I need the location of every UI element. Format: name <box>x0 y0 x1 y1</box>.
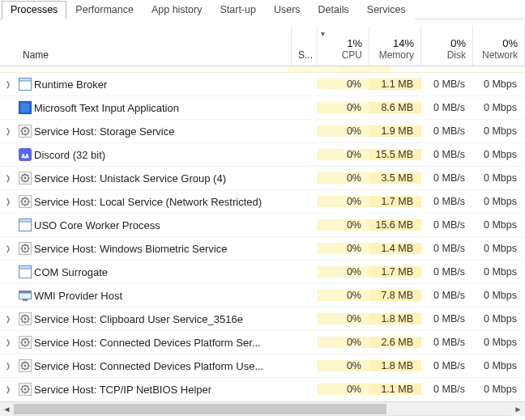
cell-mem: 1.7 MB <box>369 266 421 278</box>
header-disk[interactable]: 0% Disk <box>421 26 473 66</box>
expand-toggle[interactable]: ❯ <box>0 127 16 135</box>
process-name: Service Host: TCP/IP NetBIOS Helper <box>34 384 292 396</box>
scroll-thumb[interactable] <box>14 404 386 414</box>
expand-toggle[interactable]: ❯ <box>0 362 16 370</box>
cell-mem: 1.8 MB <box>369 360 421 371</box>
header-network[interactable]: 0% Network <box>473 26 525 66</box>
tabs-strip: Processes Performance App history Start-… <box>0 0 525 19</box>
cell-cpu: 0% <box>318 360 369 371</box>
cell-net: 0 Mbps <box>473 172 525 184</box>
header-cpu-pct: 1% <box>347 37 362 49</box>
horizontal-scrollbar[interactable]: ◄ ► <box>0 401 525 415</box>
table-row[interactable]: ❯Service Host: Connected Devices Platfor… <box>0 331 525 354</box>
process-name: Service Host: Clipboard User Service_351… <box>34 313 292 325</box>
cell-cpu: 0% <box>318 337 369 348</box>
table-row[interactable]: Discord (32 bit)0%15.5 MB0 MB/s0 Mbps <box>0 143 525 167</box>
table-row[interactable]: ❯Service Host: Clipboard User Service_35… <box>0 308 525 331</box>
cell-mem: 8.6 MB <box>369 102 421 113</box>
scroll-right-icon[interactable]: ► <box>511 402 525 416</box>
cell-disk: 0 MB/s <box>421 172 473 184</box>
table-row[interactable]: ❯Service Host: Local Service (Network Re… <box>0 190 525 214</box>
table-row[interactable]: ❯Service Host: Unistack Service Group (4… <box>0 167 525 190</box>
tab-performance[interactable]: Performance <box>66 1 143 19</box>
cell-mem: 1.4 MB <box>369 243 421 254</box>
cell-net: 0 Mbps <box>473 78 525 90</box>
tab-services[interactable]: Services <box>358 1 415 19</box>
scroll-left-icon[interactable]: ◄ <box>0 402 14 416</box>
cell-disk: 0 MB/s <box>421 384 473 395</box>
expand-toggle[interactable]: ❯ <box>0 315 16 323</box>
process-name: Service Host: Connected Devices Platform… <box>34 337 292 349</box>
tab-processes[interactable]: Processes <box>2 1 66 19</box>
cell-cpu: 0% <box>318 313 369 325</box>
header-name[interactable]: Name <box>16 26 292 66</box>
gear-icon <box>16 383 34 396</box>
tab-app-history[interactable]: App history <box>143 1 211 19</box>
process-name: Service Host: Connected Devices Platform… <box>34 360 292 372</box>
gear-icon <box>16 172 34 185</box>
table-row[interactable]: ❯Service Host: Connected Devices Platfor… <box>0 354 525 378</box>
header-disk-pct: 0% <box>450 37 466 49</box>
cell-disk: 0 MB/s <box>421 360 473 371</box>
cell-net: 0 Mbps <box>473 360 525 371</box>
partial-row-top <box>0 66 525 73</box>
table-row[interactable]: ❯Service Host: Storage Service0%1.9 MB0 … <box>0 120 525 143</box>
scroll-track[interactable] <box>14 402 511 416</box>
tab-start-up[interactable]: Start-up <box>211 1 264 19</box>
expand-toggle[interactable]: ❯ <box>0 197 16 206</box>
table-row[interactable]: USO Core Worker Process0%15.6 MB0 MB/s0 … <box>0 214 525 237</box>
table-row[interactable]: ❯Service Host: TCP/IP NetBIOS Helper0%1.… <box>0 378 525 401</box>
app-blank-icon <box>16 78 34 91</box>
header-memory-label: Memory <box>379 49 414 61</box>
cell-net: 0 Mbps <box>473 384 525 395</box>
expand-toggle[interactable]: ❯ <box>0 244 16 252</box>
expand-toggle[interactable]: ❯ <box>0 80 16 88</box>
gear-icon <box>16 242 34 255</box>
cell-mem: 1.9 MB <box>369 125 421 137</box>
column-headers: Name S... ▾ 1% CPU 14% Memory 0% Disk 0%… <box>0 19 525 66</box>
cell-cpu: 0% <box>318 78 369 90</box>
header-memory[interactable]: 14% Memory <box>369 26 421 66</box>
table-row[interactable]: ❯Service Host: Windows Biometric Service… <box>0 237 525 261</box>
tab-details[interactable]: Details <box>309 1 358 19</box>
header-status[interactable]: S... <box>292 26 318 66</box>
cell-mem: 1.7 MB <box>369 196 421 207</box>
cell-mem: 15.5 MB <box>369 149 421 160</box>
wmi-icon <box>16 289 34 302</box>
cell-mem: 15.6 MB <box>369 219 421 231</box>
cell-cpu: 0% <box>318 149 369 160</box>
expand-toggle[interactable]: ❯ <box>0 385 16 393</box>
cell-cpu: 0% <box>318 290 369 301</box>
process-name: Runtime Broker <box>34 78 292 91</box>
cell-disk: 0 MB/s <box>421 219 473 231</box>
header-name-label: Name <box>23 49 284 61</box>
header-cpu[interactable]: ▾ 1% CPU <box>318 26 369 66</box>
table-row[interactable]: COM Surrogate0%1.7 MB0 MB/s0 Mbps <box>0 261 525 284</box>
header-network-label: Network <box>482 49 518 61</box>
gear-icon <box>16 336 34 349</box>
cell-net: 0 Mbps <box>473 337 525 348</box>
process-name: USO Core Worker Process <box>34 219 292 231</box>
header-status-label: S... <box>298 49 310 61</box>
cell-net: 0 Mbps <box>473 149 525 160</box>
process-name: COM Surrogate <box>34 266 292 278</box>
tab-users[interactable]: Users <box>265 1 309 19</box>
gear-icon <box>16 359 34 372</box>
app-blue-icon <box>16 101 34 114</box>
expand-toggle[interactable]: ❯ <box>0 338 16 346</box>
cell-cpu: 0% <box>318 125 369 137</box>
table-row[interactable]: Microsoft Text Input Application0%8.6 MB… <box>0 96 525 120</box>
cell-net: 0 Mbps <box>473 290 525 301</box>
cell-disk: 0 MB/s <box>421 243 473 254</box>
expand-toggle[interactable]: ❯ <box>0 174 16 182</box>
cell-disk: 0 MB/s <box>421 125 473 137</box>
cell-mem: 3.5 MB <box>369 172 421 184</box>
cell-mem: 7.8 MB <box>369 290 421 301</box>
table-row[interactable]: WMI Provider Host0%7.8 MB0 MB/s0 Mbps <box>0 284 525 308</box>
cell-net: 0 Mbps <box>473 266 525 278</box>
app-blank-icon <box>16 265 34 278</box>
cell-net: 0 Mbps <box>473 196 525 207</box>
table-row[interactable]: ❯Runtime Broker0%1.1 MB0 MB/s0 Mbps <box>0 73 525 96</box>
process-name: Microsoft Text Input Application <box>34 102 292 114</box>
header-expand-spacer <box>0 26 16 66</box>
